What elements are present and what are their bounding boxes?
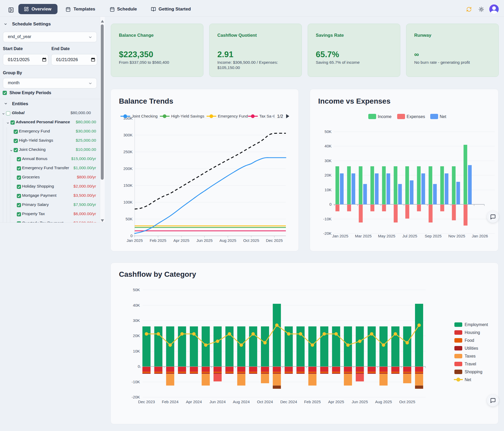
svg-text:40K: 40K	[133, 303, 140, 307]
svg-text:Income: Income	[378, 114, 392, 119]
svg-text:Nov 2025: Nov 2025	[448, 234, 465, 238]
svg-text:Jun 2025: Jun 2025	[352, 400, 368, 404]
svg-text:0: 0	[130, 233, 133, 238]
svg-text:50K: 50K	[133, 288, 140, 292]
svg-text:Jun 2024: Jun 2024	[209, 400, 226, 404]
svg-text:50K: 50K	[125, 217, 133, 221]
svg-text:Tax Sa: Tax Sa	[259, 114, 272, 118]
svg-text:Feb 2025: Feb 2025	[304, 400, 321, 404]
svg-text:Sep 2025: Sep 2025	[425, 234, 442, 238]
svg-text:Taxes: Taxes	[465, 354, 476, 358]
svg-text:Apr 2025: Apr 2025	[174, 238, 190, 243]
svg-text:10K: 10K	[133, 349, 140, 353]
svg-text:Food: Food	[465, 338, 474, 343]
svg-text:Shopping: Shopping	[465, 370, 482, 374]
svg-text:250K: 250K	[123, 150, 133, 154]
svg-text:Employment: Employment	[465, 322, 488, 327]
svg-text:Dec 2025: Dec 2025	[266, 238, 283, 243]
svg-text:Apr 2024: Apr 2024	[186, 400, 202, 404]
svg-text:20K: 20K	[133, 333, 140, 338]
svg-text:Net: Net	[465, 377, 471, 382]
svg-text:Aug 2025: Aug 2025	[375, 400, 392, 404]
svg-text:Oct 2025: Oct 2025	[399, 400, 415, 404]
svg-text:Jan 2025: Jan 2025	[332, 234, 348, 238]
svg-text:0: 0	[138, 364, 140, 369]
svg-text:Expenses: Expenses	[407, 114, 425, 119]
svg-text:150K: 150K	[123, 183, 133, 188]
svg-text:0: 0	[329, 202, 332, 206]
svg-text:-20K: -20K	[132, 395, 140, 399]
svg-text:Travel: Travel	[465, 362, 476, 366]
svg-text:Jan 2026: Jan 2026	[472, 234, 488, 238]
svg-text:Housing: Housing	[465, 330, 480, 335]
svg-text:Oct 2025: Oct 2025	[243, 238, 259, 243]
svg-text:100K: 100K	[123, 200, 133, 204]
svg-text:Jul 2025: Jul 2025	[402, 234, 417, 238]
svg-text:1/2: 1/2	[277, 114, 283, 119]
svg-text:40K: 40K	[324, 144, 332, 148]
svg-text:30K: 30K	[133, 318, 140, 323]
svg-text:Oct 2024: Oct 2024	[257, 400, 273, 404]
svg-text:Net: Net	[440, 114, 446, 119]
svg-text:Aug 2024: Aug 2024	[233, 400, 250, 404]
svg-text:Feb 2025: Feb 2025	[150, 238, 166, 243]
svg-text:-20K: -20K	[323, 231, 332, 236]
svg-text:May 2025: May 2025	[378, 234, 395, 238]
svg-text:Aug 2025: Aug 2025	[219, 238, 236, 243]
svg-text:30K: 30K	[324, 158, 332, 163]
svg-text:10K: 10K	[324, 188, 332, 192]
svg-text:Emergency Fund: Emergency Fund	[218, 114, 248, 118]
svg-text:200K: 200K	[123, 166, 133, 171]
svg-text:Feb 2024: Feb 2024	[162, 400, 178, 404]
svg-text:50K: 50K	[324, 129, 332, 134]
svg-text:High-Yield Savings: High-Yield Savings	[171, 114, 204, 118]
svg-text:Dec 2023: Dec 2023	[138, 400, 155, 404]
svg-text:Mar 2025: Mar 2025	[355, 234, 371, 238]
svg-text:Dec 2024: Dec 2024	[280, 400, 297, 404]
svg-text:-10K: -10K	[132, 380, 140, 384]
svg-text:20K: 20K	[324, 173, 332, 177]
svg-text:Jun 2025: Jun 2025	[196, 238, 213, 243]
svg-text:Jan 2025: Jan 2025	[127, 238, 143, 243]
svg-text:Utilities: Utilities	[465, 346, 478, 350]
svg-text:-10K: -10K	[323, 217, 332, 221]
svg-text:300K: 300K	[123, 133, 133, 137]
svg-text:Apr 2025: Apr 2025	[328, 400, 344, 404]
svg-text:Joint Checking: Joint Checking	[132, 114, 158, 118]
